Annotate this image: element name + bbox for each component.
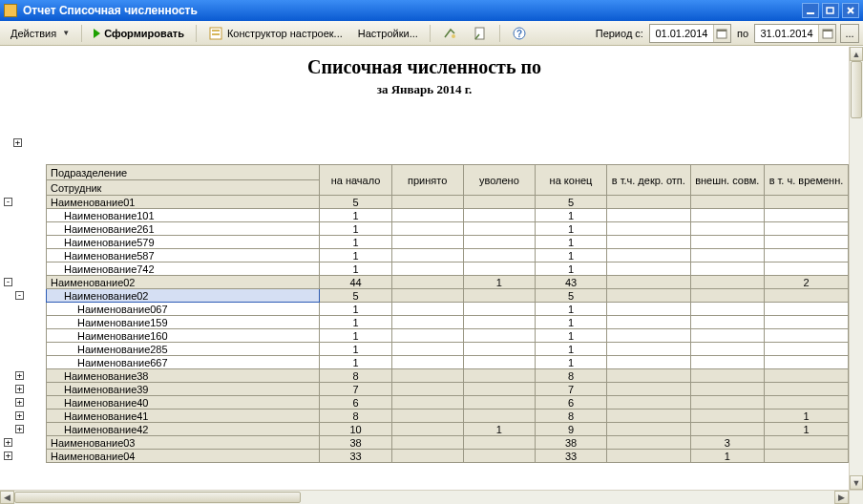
cell-temp[interactable] <box>764 236 848 249</box>
cell-temp[interactable] <box>764 436 848 450</box>
horizontal-scrollbar[interactable]: ◀ ▶ <box>0 490 849 504</box>
cell-start[interactable]: 38 <box>320 436 391 450</box>
table-row[interactable]: Наименование66711 <box>47 356 849 369</box>
cell-decree[interactable] <box>607 383 690 396</box>
date-from-calendar-button[interactable] <box>713 25 730 42</box>
col-emp[interactable]: Сотрудник <box>47 180 320 196</box>
row-name-cell[interactable]: Наименование261 <box>47 222 320 236</box>
cell-fired[interactable]: 1 <box>463 276 535 289</box>
toolbar-icon-2[interactable] <box>466 24 495 43</box>
cell-end[interactable]: 1 <box>535 343 606 356</box>
cell-start[interactable]: 1 <box>320 209 391 222</box>
cell-extern[interactable] <box>690 423 764 436</box>
table-row[interactable]: Наименование26111 <box>47 222 849 236</box>
table-row[interactable]: Наименование4210191 <box>47 423 849 436</box>
actions-dropdown[interactable]: Действия▼ <box>4 24 76 43</box>
cell-hired[interactable] <box>391 343 463 356</box>
cell-extern[interactable] <box>690 196 764 209</box>
cell-end[interactable]: 8 <box>535 369 606 383</box>
cell-end[interactable]: 1 <box>535 236 606 249</box>
cell-start[interactable]: 1 <box>320 303 391 316</box>
cell-end[interactable]: 1 <box>535 303 606 316</box>
cell-start[interactable]: 8 <box>320 410 391 423</box>
table-row[interactable]: Наименование0338383 <box>47 436 849 450</box>
cell-end[interactable]: 1 <box>535 222 606 236</box>
cell-start[interactable]: 33 <box>320 450 391 463</box>
cell-fired[interactable] <box>463 262 535 276</box>
table-row[interactable]: Наименование02441432 <box>47 276 849 289</box>
cell-hired[interactable] <box>391 410 463 423</box>
cell-end[interactable]: 6 <box>535 396 606 410</box>
cell-hired[interactable] <box>391 276 463 289</box>
cell-fired[interactable] <box>463 329 535 343</box>
cell-end[interactable]: 7 <box>535 383 606 396</box>
cell-fired[interactable] <box>463 343 535 356</box>
cell-hired[interactable] <box>391 369 463 383</box>
cell-extern[interactable]: 1 <box>690 450 764 463</box>
cell-temp[interactable] <box>764 303 848 316</box>
cell-hired[interactable] <box>391 383 463 396</box>
expand-icon[interactable]: + <box>15 411 24 420</box>
row-name-cell[interactable]: Наименование03 <box>47 436 320 450</box>
cell-fired[interactable] <box>463 236 535 249</box>
cell-fired[interactable]: 1 <box>463 423 535 436</box>
cell-fired[interactable] <box>463 383 535 396</box>
cell-extern[interactable] <box>690 329 764 343</box>
col-decree[interactable]: в т.ч. декр. отп. <box>607 165 690 196</box>
cell-hired[interactable] <box>391 249 463 262</box>
cell-temp[interactable] <box>764 329 848 343</box>
expand-icon[interactable]: + <box>15 398 24 407</box>
cell-fired[interactable] <box>463 209 535 222</box>
cell-decree[interactable] <box>607 209 690 222</box>
row-name-cell[interactable]: Наименование01 <box>47 196 320 209</box>
settings-constructor-button[interactable]: Конструктор настроек... <box>201 24 349 43</box>
cell-temp[interactable]: 2 <box>764 276 848 289</box>
cell-end[interactable]: 38 <box>535 436 606 450</box>
cell-extern[interactable] <box>690 343 764 356</box>
cell-end[interactable]: 1 <box>535 356 606 369</box>
table-row[interactable]: Наименование4066 <box>47 396 849 410</box>
form-report-button[interactable]: Сформировать <box>87 24 191 43</box>
row-name-cell[interactable]: Наименование02 <box>47 289 320 303</box>
cell-hired[interactable] <box>391 303 463 316</box>
cell-fired[interactable] <box>463 222 535 236</box>
cell-decree[interactable] <box>607 236 690 249</box>
period-picker-button[interactable]: ... <box>840 24 859 43</box>
cell-start[interactable]: 44 <box>320 276 391 289</box>
cell-temp[interactable] <box>764 396 848 410</box>
cell-temp[interactable] <box>764 450 848 463</box>
cell-extern[interactable] <box>690 356 764 369</box>
cell-start[interactable]: 1 <box>320 329 391 343</box>
cell-start[interactable]: 1 <box>320 236 391 249</box>
cell-hired[interactable] <box>391 222 463 236</box>
row-name-cell[interactable]: Наименование42 <box>47 423 320 436</box>
cell-end[interactable]: 9 <box>535 423 606 436</box>
expand-icon[interactable]: + <box>15 371 24 380</box>
row-name-cell[interactable]: Наименование587 <box>47 249 320 262</box>
row-name-cell[interactable]: Наименование667 <box>47 356 320 369</box>
help-button[interactable]: ? <box>505 24 534 43</box>
cell-start[interactable]: 8 <box>320 369 391 383</box>
cell-hired[interactable] <box>391 209 463 222</box>
cell-end[interactable]: 1 <box>535 329 606 343</box>
cell-end[interactable]: 1 <box>535 209 606 222</box>
scroll-h-track[interactable] <box>14 491 834 504</box>
scroll-v-thumb[interactable] <box>851 61 862 118</box>
cell-extern[interactable] <box>690 410 764 423</box>
cell-decree[interactable] <box>607 316 690 329</box>
cell-fired[interactable] <box>463 356 535 369</box>
row-name-cell[interactable]: Наименование39 <box>47 383 320 396</box>
row-name-cell[interactable]: Наименование579 <box>47 236 320 249</box>
table-row[interactable]: Наименование15911 <box>47 316 849 329</box>
row-name-cell[interactable]: Наименование067 <box>47 303 320 316</box>
cell-extern[interactable] <box>690 396 764 410</box>
cell-decree[interactable] <box>607 423 690 436</box>
scroll-v-track[interactable] <box>850 61 863 475</box>
col-dept[interactable]: Подразделение <box>47 165 320 180</box>
scroll-left-button[interactable]: ◀ <box>0 491 14 504</box>
cell-extern[interactable] <box>690 209 764 222</box>
cell-end[interactable]: 5 <box>535 289 606 303</box>
vertical-scrollbar[interactable]: ▲ ▼ <box>849 47 863 490</box>
cell-temp[interactable] <box>764 356 848 369</box>
cell-start[interactable]: 1 <box>320 343 391 356</box>
